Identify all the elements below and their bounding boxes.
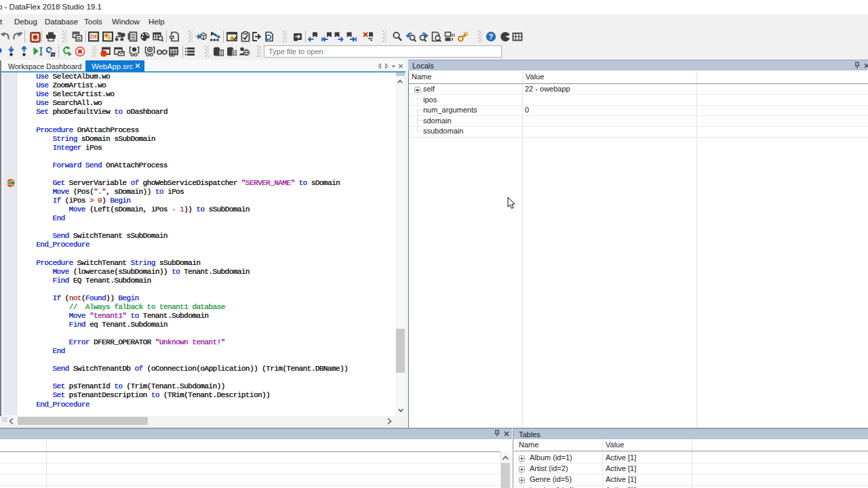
svg-text:DF: DF — [90, 33, 98, 40]
svg-text:ab: ab — [451, 33, 455, 37]
svg-text:?: ? — [489, 33, 493, 41]
